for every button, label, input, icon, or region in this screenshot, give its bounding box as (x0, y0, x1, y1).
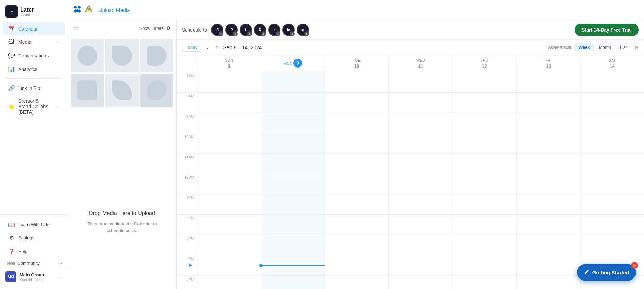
calendar-cell[interactable] (581, 72, 644, 92)
calendar-cell[interactable] (325, 194, 388, 214)
show-filters-button[interactable]: Show Filters ⚙ (139, 25, 171, 31)
calendar-cell[interactable] (517, 174, 580, 194)
social-account-other[interactable]: ◉ + (297, 24, 309, 36)
calendar-cell[interactable] (581, 133, 644, 153)
sidebar-item-creator-brand[interactable]: ⭐ Creator & Brand Collabs (BETA) → (3, 95, 65, 118)
calendar-cell[interactable] (197, 194, 261, 214)
more-options-icon[interactable]: ··· (58, 261, 62, 266)
media-thumb[interactable] (105, 39, 139, 72)
calendar-cell[interactable] (389, 174, 452, 194)
calendar-cell[interactable] (197, 275, 261, 289)
sidebar-item-calendar[interactable]: 📅 Calendar (3, 22, 65, 35)
calendar-cell[interactable] (261, 72, 325, 92)
calendar-cell[interactable] (197, 92, 261, 113)
refer-community-link[interactable]: Community (17, 261, 40, 266)
calendar-cell[interactable] (517, 275, 580, 289)
calendar-cell[interactable] (517, 214, 580, 235)
day-col-fri[interactable] (516, 72, 580, 289)
calendar-cell[interactable] (389, 113, 452, 133)
calendar-cell[interactable] (261, 133, 325, 153)
gdrive-icon[interactable] (85, 5, 93, 15)
calendar-cell[interactable] (389, 235, 452, 255)
calendar-cell[interactable] (453, 194, 516, 214)
calendar-cell[interactable] (325, 255, 388, 275)
list-view-tab[interactable]: List (616, 43, 631, 51)
calendar-cell[interactable] (261, 235, 325, 255)
calendar-cell[interactable] (453, 133, 516, 153)
calendar-cell[interactable] (453, 174, 516, 194)
dropbox-icon[interactable] (73, 5, 81, 15)
sidebar-item-link-in-bio[interactable]: 🔗 Link in Bio (3, 81, 65, 95)
sidebar-item-analytics[interactable]: 📊 Analytics (3, 62, 65, 76)
calendar-cell[interactable] (517, 153, 580, 174)
media-thumb[interactable] (105, 74, 139, 107)
calendar-cell[interactable] (197, 72, 261, 92)
calendar-cell[interactable] (197, 113, 261, 133)
sidebar-item-media[interactable]: 🖼 Media → (3, 36, 65, 49)
today-button[interactable]: Today (182, 43, 201, 52)
social-account-twitter[interactable]: 𝕏 + (254, 24, 266, 36)
calendar-settings-button[interactable]: ⚙ (634, 45, 639, 50)
calendar-cell[interactable] (261, 174, 325, 194)
calendar-cell[interactable] (389, 275, 452, 289)
media-thumb[interactable] (71, 39, 104, 72)
social-account-pinterest[interactable]: P + (225, 24, 238, 36)
calendar-cell[interactable] (389, 214, 452, 235)
calendar-cell[interactable] (517, 92, 580, 113)
calendar-cell[interactable] (581, 153, 644, 174)
calendar-cell[interactable] (261, 194, 325, 214)
calendar-cell[interactable] (261, 92, 325, 113)
week-view-tab[interactable]: Week (574, 43, 594, 51)
day-col-tue[interactable] (325, 72, 388, 289)
day-col-sun[interactable] (197, 72, 261, 289)
calendar-cell[interactable] (261, 275, 325, 289)
calendar-cell[interactable] (261, 113, 325, 133)
calendar-cell[interactable] (389, 255, 452, 275)
getting-started-button[interactable]: ✔ Getting Started 5 (577, 264, 636, 281)
sidebar-item-settings[interactable]: ⚙ Settings (3, 231, 65, 245)
day-col-wed[interactable] (388, 72, 452, 289)
calendar-cell[interactable] (325, 153, 388, 174)
calendar-cell[interactable] (197, 174, 261, 194)
calendar-cell[interactable] (581, 92, 644, 113)
calendar-cell[interactable] (197, 153, 261, 174)
calendar-cell[interactable] (453, 113, 516, 133)
calendar-cell[interactable] (261, 214, 325, 235)
calendar-cell[interactable] (581, 214, 644, 235)
social-account-instagram[interactable]: IG + (211, 24, 223, 36)
sidebar-item-learn[interactable]: 📖 Learn With Later (3, 218, 65, 231)
calendar-cell[interactable] (517, 255, 580, 275)
calendar-cell[interactable] (197, 214, 261, 235)
calendar-cell[interactable] (325, 214, 388, 235)
calendar-cell[interactable] (517, 113, 580, 133)
social-account-facebook[interactable]: f + (240, 24, 252, 36)
day-col-mon[interactable] (261, 72, 325, 289)
calendar-cell[interactable] (325, 133, 388, 153)
calendar-cell[interactable] (197, 255, 261, 275)
trial-button[interactable]: Start 14-Day Free Trial (575, 24, 639, 36)
calendar-cell[interactable] (453, 235, 516, 255)
calendar-cell[interactable] (453, 72, 516, 92)
calendar-cell[interactable] (197, 235, 261, 255)
calendar-cell[interactable] (581, 113, 644, 133)
next-week-button[interactable]: › (214, 44, 220, 51)
calendar-cell[interactable] (517, 194, 580, 214)
media-thumb[interactable] (140, 74, 173, 107)
sidebar-item-help[interactable]: ❓ Help (3, 245, 65, 258)
calendar-cell[interactable] (325, 275, 388, 289)
upload-media-button[interactable]: Upload Media (98, 7, 130, 13)
main-group-row[interactable]: MG Main Group Social Profiles ⌄ (0, 268, 68, 286)
calendar-cell[interactable] (453, 275, 516, 289)
day-col-thu[interactable] (453, 72, 516, 289)
calendar-cell[interactable] (581, 235, 644, 255)
calendar-cell[interactable] (197, 133, 261, 153)
calendar-cell[interactable] (581, 174, 644, 194)
calendar-cell[interactable] (389, 72, 452, 92)
calendar-cell[interactable] (453, 255, 516, 275)
prev-week-button[interactable]: ‹ (205, 44, 210, 51)
sidebar-item-conversations[interactable]: 💬 Conversations (3, 49, 65, 62)
calendar-cell[interactable] (453, 92, 516, 113)
calendar-cell[interactable] (453, 153, 516, 174)
star-icon[interactable]: ☆ (73, 24, 79, 32)
calendar-cell[interactable] (389, 133, 452, 153)
